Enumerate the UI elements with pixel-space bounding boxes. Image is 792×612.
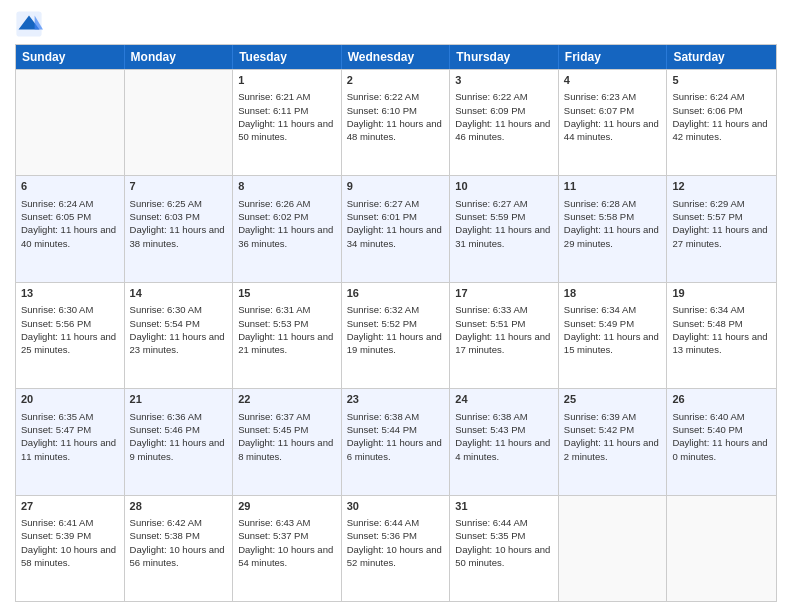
day-header-tuesday: Tuesday	[233, 45, 342, 69]
day-number: 27	[21, 499, 119, 514]
sunrise-text: Sunrise: 6:28 AM	[564, 198, 636, 209]
day-number: 17	[455, 286, 553, 301]
day-cell-3: 3Sunrise: 6:22 AMSunset: 6:09 PMDaylight…	[450, 70, 559, 175]
daylight-text: Daylight: 11 hours and 23 minutes.	[130, 331, 225, 355]
empty-cell	[667, 496, 776, 601]
sunset-text: Sunset: 5:58 PM	[564, 211, 634, 222]
sunset-text: Sunset: 5:35 PM	[455, 530, 525, 541]
day-number: 3	[455, 73, 553, 88]
day-header-friday: Friday	[559, 45, 668, 69]
daylight-text: Daylight: 11 hours and 6 minutes.	[347, 437, 442, 461]
sunset-text: Sunset: 6:07 PM	[564, 105, 634, 116]
daylight-text: Daylight: 11 hours and 42 minutes.	[672, 118, 767, 142]
calendar-week-5: 27Sunrise: 6:41 AMSunset: 5:39 PMDayligh…	[16, 495, 776, 601]
day-number: 24	[455, 392, 553, 407]
day-cell-19: 19Sunrise: 6:34 AMSunset: 5:48 PMDayligh…	[667, 283, 776, 388]
sunset-text: Sunset: 5:51 PM	[455, 318, 525, 329]
daylight-text: Daylight: 10 hours and 50 minutes.	[455, 544, 550, 568]
day-cell-13: 13Sunrise: 6:30 AMSunset: 5:56 PMDayligh…	[16, 283, 125, 388]
day-cell-27: 27Sunrise: 6:41 AMSunset: 5:39 PMDayligh…	[16, 496, 125, 601]
header	[15, 10, 777, 38]
day-number: 26	[672, 392, 771, 407]
day-number: 16	[347, 286, 445, 301]
daylight-text: Daylight: 11 hours and 2 minutes.	[564, 437, 659, 461]
day-number: 8	[238, 179, 336, 194]
daylight-text: Daylight: 11 hours and 44 minutes.	[564, 118, 659, 142]
sunset-text: Sunset: 6:03 PM	[130, 211, 200, 222]
sunrise-text: Sunrise: 6:35 AM	[21, 411, 93, 422]
day-header-saturday: Saturday	[667, 45, 776, 69]
day-number: 21	[130, 392, 228, 407]
sunset-text: Sunset: 6:11 PM	[238, 105, 308, 116]
daylight-text: Daylight: 11 hours and 9 minutes.	[130, 437, 225, 461]
sunset-text: Sunset: 5:44 PM	[347, 424, 417, 435]
day-cell-15: 15Sunrise: 6:31 AMSunset: 5:53 PMDayligh…	[233, 283, 342, 388]
daylight-text: Daylight: 11 hours and 4 minutes.	[455, 437, 550, 461]
sunrise-text: Sunrise: 6:30 AM	[130, 304, 202, 315]
day-number: 29	[238, 499, 336, 514]
day-cell-8: 8Sunrise: 6:26 AMSunset: 6:02 PMDaylight…	[233, 176, 342, 281]
day-number: 14	[130, 286, 228, 301]
day-number: 25	[564, 392, 662, 407]
day-number: 5	[672, 73, 771, 88]
empty-cell	[16, 70, 125, 175]
daylight-text: Daylight: 11 hours and 27 minutes.	[672, 224, 767, 248]
daylight-text: Daylight: 10 hours and 56 minutes.	[130, 544, 225, 568]
daylight-text: Daylight: 11 hours and 40 minutes.	[21, 224, 116, 248]
sunset-text: Sunset: 5:37 PM	[238, 530, 308, 541]
day-cell-17: 17Sunrise: 6:33 AMSunset: 5:51 PMDayligh…	[450, 283, 559, 388]
daylight-text: Daylight: 11 hours and 17 minutes.	[455, 331, 550, 355]
day-number: 9	[347, 179, 445, 194]
day-cell-25: 25Sunrise: 6:39 AMSunset: 5:42 PMDayligh…	[559, 389, 668, 494]
sunrise-text: Sunrise: 6:22 AM	[455, 91, 527, 102]
sunset-text: Sunset: 5:45 PM	[238, 424, 308, 435]
day-number: 1	[238, 73, 336, 88]
logo-area	[15, 10, 47, 38]
day-number: 22	[238, 392, 336, 407]
sunrise-text: Sunrise: 6:40 AM	[672, 411, 744, 422]
sunrise-text: Sunrise: 6:37 AM	[238, 411, 310, 422]
daylight-text: Daylight: 11 hours and 46 minutes.	[455, 118, 550, 142]
empty-cell	[125, 70, 234, 175]
sunrise-text: Sunrise: 6:43 AM	[238, 517, 310, 528]
sunset-text: Sunset: 5:38 PM	[130, 530, 200, 541]
daylight-text: Daylight: 11 hours and 25 minutes.	[21, 331, 116, 355]
day-number: 13	[21, 286, 119, 301]
day-cell-30: 30Sunrise: 6:44 AMSunset: 5:36 PMDayligh…	[342, 496, 451, 601]
calendar-body: 1Sunrise: 6:21 AMSunset: 6:11 PMDaylight…	[16, 69, 776, 601]
sunset-text: Sunset: 5:49 PM	[564, 318, 634, 329]
day-cell-18: 18Sunrise: 6:34 AMSunset: 5:49 PMDayligh…	[559, 283, 668, 388]
sunset-text: Sunset: 5:47 PM	[21, 424, 91, 435]
sunrise-text: Sunrise: 6:38 AM	[455, 411, 527, 422]
sunrise-text: Sunrise: 6:27 AM	[455, 198, 527, 209]
day-number: 7	[130, 179, 228, 194]
daylight-text: Daylight: 11 hours and 31 minutes.	[455, 224, 550, 248]
daylight-text: Daylight: 11 hours and 8 minutes.	[238, 437, 333, 461]
day-header-monday: Monday	[125, 45, 234, 69]
sunset-text: Sunset: 5:40 PM	[672, 424, 742, 435]
calendar: SundayMondayTuesdayWednesdayThursdayFrid…	[15, 44, 777, 602]
sunrise-text: Sunrise: 6:34 AM	[564, 304, 636, 315]
sunset-text: Sunset: 5:54 PM	[130, 318, 200, 329]
daylight-text: Daylight: 11 hours and 15 minutes.	[564, 331, 659, 355]
day-cell-5: 5Sunrise: 6:24 AMSunset: 6:06 PMDaylight…	[667, 70, 776, 175]
daylight-text: Daylight: 10 hours and 52 minutes.	[347, 544, 442, 568]
day-cell-14: 14Sunrise: 6:30 AMSunset: 5:54 PMDayligh…	[125, 283, 234, 388]
sunset-text: Sunset: 5:39 PM	[21, 530, 91, 541]
daylight-text: Daylight: 10 hours and 54 minutes.	[238, 544, 333, 568]
sunset-text: Sunset: 5:52 PM	[347, 318, 417, 329]
daylight-text: Daylight: 11 hours and 0 minutes.	[672, 437, 767, 461]
sunrise-text: Sunrise: 6:41 AM	[21, 517, 93, 528]
day-number: 10	[455, 179, 553, 194]
sunset-text: Sunset: 5:43 PM	[455, 424, 525, 435]
day-number: 6	[21, 179, 119, 194]
sunrise-text: Sunrise: 6:31 AM	[238, 304, 310, 315]
daylight-text: Daylight: 11 hours and 36 minutes.	[238, 224, 333, 248]
day-cell-12: 12Sunrise: 6:29 AMSunset: 5:57 PMDayligh…	[667, 176, 776, 281]
sunrise-text: Sunrise: 6:33 AM	[455, 304, 527, 315]
daylight-text: Daylight: 11 hours and 38 minutes.	[130, 224, 225, 248]
day-header-sunday: Sunday	[16, 45, 125, 69]
sunrise-text: Sunrise: 6:36 AM	[130, 411, 202, 422]
day-number: 12	[672, 179, 771, 194]
daylight-text: Daylight: 11 hours and 29 minutes.	[564, 224, 659, 248]
